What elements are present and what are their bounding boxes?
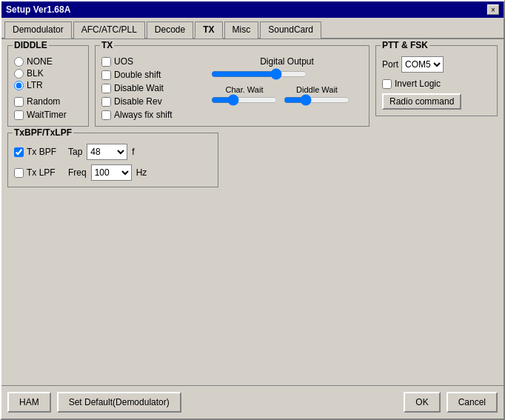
radio-none-label: NONE	[27, 56, 53, 67]
invert-logic-checkbox[interactable]	[382, 79, 392, 89]
random-checkbox-row[interactable]: Random	[14, 96, 82, 107]
tabs-bar: Demodulator AFC/ATC/PLL Decode TX Misc S…	[1, 18, 504, 39]
radio-blk-label: BLK	[27, 68, 44, 79]
digital-output-slider[interactable]	[211, 68, 307, 80]
random-checkbox[interactable]	[14, 97, 24, 107]
double-shift-label: Double shift	[114, 70, 161, 80]
waittimer-checkbox[interactable]	[14, 110, 24, 120]
port-row: Port COM5 COM1 COM2 COM3 COM4 COM6	[382, 56, 491, 73]
char-wait-slider[interactable]	[211, 94, 278, 106]
disable-rev-row[interactable]: Disable Rev	[101, 96, 205, 107]
tab-soundcard[interactable]: SoundCard	[260, 21, 321, 39]
always-fix-shift-row[interactable]: Always fix shift	[101, 110, 205, 120]
uos-row[interactable]: UOS	[101, 56, 205, 67]
waittimer-checkbox-row[interactable]: WaitTimer	[14, 110, 82, 120]
always-fix-shift-label: Always fix shift	[114, 110, 173, 120]
txbpf-checkbox-row[interactable]: Tx BPF	[14, 147, 64, 157]
tx-group: TX UOS Double shift Disable	[95, 45, 369, 127]
diddle-label: DIDDLE	[13, 40, 49, 50]
title-bar: Setup Ver1.68A ×	[1, 1, 504, 18]
tx-sliders: Digital Output Char. Wait Diddle Wait	[211, 56, 363, 120]
tx-checkboxes: UOS Double shift Disable Wait Disab	[101, 56, 205, 120]
freq-select-1[interactable]: 100 50 200 300 400	[91, 164, 132, 181]
port-label: Port	[382, 59, 398, 70]
txbpf-checkbox[interactable]	[14, 147, 24, 157]
bpf-row-1: Tx LPF Freq 100 50 200 300 400 Hz	[14, 164, 212, 181]
ok-button[interactable]: OK	[404, 392, 440, 413]
txlpf-label: Tx LPF	[27, 167, 64, 178]
radio-ltr-input[interactable]	[14, 81, 24, 90]
tap-select-0[interactable]: 48 16 32 64 96 128	[87, 144, 127, 160]
disable-wait-label: Disable Wait	[114, 83, 164, 93]
char-wait-label: Char. Wait	[211, 85, 278, 94]
radio-none[interactable]: NONE	[14, 56, 82, 67]
diddle-radio-group: NONE BLK LTR	[14, 56, 82, 90]
double-shift-row[interactable]: Double shift	[101, 70, 205, 80]
txbpf-label: Tx BPF	[27, 147, 64, 157]
radio-ltr[interactable]: LTR	[14, 80, 82, 90]
main-window: Setup Ver1.68A × Demodulator AFC/ATC/PLL…	[0, 0, 505, 420]
freq-label-1: Freq	[68, 167, 87, 178]
port-select[interactable]: COM5 COM1 COM2 COM3 COM4 COM6	[401, 56, 444, 73]
invert-logic-label: Invert Logic	[395, 79, 441, 89]
tx-label: TX	[100, 40, 114, 50]
txlpf-checkbox-row[interactable]: Tx LPF	[14, 167, 64, 178]
set-default-button[interactable]: Set Default(Demodulator)	[57, 392, 181, 413]
diddle-group: DIDDLE NONE BLK LTR	[7, 45, 89, 127]
always-fix-shift-checkbox[interactable]	[101, 110, 111, 120]
invert-logic-row[interactable]: Invert Logic	[382, 79, 491, 89]
radio-none-input[interactable]	[14, 57, 24, 67]
radio-blk[interactable]: BLK	[14, 68, 82, 79]
uos-label: UOS	[114, 56, 133, 67]
tab-misc[interactable]: Misc	[224, 21, 259, 39]
tab-afc[interactable]: AFC/ATC/PLL	[73, 21, 145, 39]
disable-rev-label: Disable Rev	[114, 96, 162, 107]
disable-wait-checkbox[interactable]	[101, 84, 111, 93]
two-sliders: Char. Wait Diddle Wait	[211, 85, 363, 106]
waittimer-label: WaitTimer	[27, 110, 67, 120]
diddle-wait-slider[interactable]	[284, 94, 350, 106]
txlpf-checkbox[interactable]	[14, 168, 24, 178]
tx-inner: UOS Double shift Disable Wait Disab	[101, 56, 363, 120]
radio-command-button[interactable]: Radio command	[382, 93, 461, 110]
unit-label-0: f	[132, 147, 134, 157]
radio-ltr-label: LTR	[27, 80, 43, 90]
diddle-wait-section: Diddle Wait	[284, 85, 350, 106]
digital-output-label: Digital Output	[211, 56, 363, 67]
tab-demodulator[interactable]: Demodulator	[4, 21, 72, 39]
ptt-label: PTT & FSK	[381, 40, 429, 50]
tap-label-0: Tap	[68, 147, 82, 157]
ham-button[interactable]: HAM	[7, 392, 51, 413]
ptt-group: PTT & FSK Port COM5 COM1 COM2 COM3 COM4 …	[375, 45, 498, 116]
diddle-wait-label: Diddle Wait	[284, 85, 350, 94]
radio-blk-input[interactable]	[14, 69, 24, 79]
disable-rev-checkbox[interactable]	[101, 97, 111, 107]
content-area: DIDDLE NONE BLK LTR	[1, 39, 504, 385]
top-panels: DIDDLE NONE BLK LTR	[7, 45, 498, 127]
bottom-bar: HAM Set Default(Demodulator) OK Cancel	[1, 385, 504, 419]
cancel-button[interactable]: Cancel	[447, 392, 498, 413]
unit-label-1: Hz	[136, 167, 147, 178]
bpf-group: TxBPF/TxLPF Tx BPF Tap 48 16 32 64 96 12…	[7, 133, 218, 187]
bpf-label: TxBPF/TxLPF	[13, 127, 73, 138]
bpf-row-0: Tx BPF Tap 48 16 32 64 96 128 f	[14, 144, 212, 160]
tab-decode[interactable]: Decode	[147, 21, 193, 39]
window-title: Setup Ver1.68A	[6, 4, 70, 15]
uos-checkbox[interactable]	[101, 57, 111, 67]
random-label: Random	[27, 96, 60, 107]
double-shift-checkbox[interactable]	[101, 70, 111, 80]
char-wait-section: Char. Wait	[211, 85, 278, 106]
close-button[interactable]: ×	[487, 4, 499, 15]
bpf-inner: Tx BPF Tap 48 16 32 64 96 128 f	[14, 144, 212, 181]
disable-wait-row[interactable]: Disable Wait	[101, 83, 205, 93]
tab-tx[interactable]: TX	[195, 21, 222, 39]
